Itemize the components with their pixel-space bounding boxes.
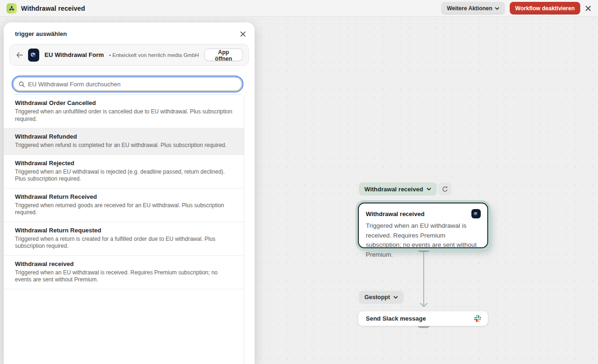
deactivate-workflow-button[interactable]: Workflow deaktivieren	[510, 2, 580, 14]
chevron-down-icon	[393, 296, 398, 299]
topbar: Withdrawal received Weitere Aktionen Wor…	[0, 0, 598, 17]
trigger-item-title: Withdrawal Refunded	[15, 133, 236, 140]
trigger-item-title: Withdrawal Return Received	[15, 193, 236, 200]
trigger-item-description: Triggered when an unfulfilled order is c…	[15, 108, 235, 123]
more-actions-label: Weitere Aktionen	[447, 5, 492, 12]
trigger-item-description: Triggered when an EU withdrawal is rejec…	[15, 168, 235, 183]
back-arrow-icon[interactable]	[16, 52, 23, 58]
app-name: EU Withdrawal Form	[44, 51, 104, 58]
trigger-item-description: Triggered when an EU withdrawal is recei…	[15, 269, 235, 284]
close-workflow-icon[interactable]	[585, 5, 591, 12]
trigger-status-label: Withdrawal received	[364, 186, 423, 193]
trigger-list-item[interactable]: Withdrawal received Triggered when an EU…	[4, 256, 244, 289]
open-app-button[interactable]: App öffnen	[204, 49, 243, 61]
package-return-icon	[471, 209, 481, 218]
trigger-status-pill[interactable]: Withdrawal received	[359, 182, 437, 196]
trigger-search-box[interactable]	[13, 77, 242, 91]
action-node-title: Send Slack message	[366, 315, 474, 322]
trigger-item-description: Triggered when returned goods are receiv…	[15, 202, 235, 217]
refresh-icon	[441, 186, 448, 193]
trigger-list-item[interactable]: Withdrawal Refunded Triggered when refun…	[4, 128, 244, 155]
close-panel-icon[interactable]	[240, 31, 246, 37]
trigger-item-description: Triggered when refund is completed for a…	[15, 142, 235, 149]
page-title: Withdrawal received	[21, 5, 85, 12]
trigger-item-title: Withdrawal Rejected	[15, 160, 236, 167]
more-actions-button[interactable]: Weitere Aktionen	[441, 2, 505, 14]
trigger-list-item[interactable]: Withdrawal Rejected Triggered when an EU…	[4, 155, 244, 189]
trigger-list-item[interactable]: Withdrawal Return Requested Triggered wh…	[4, 222, 244, 256]
search-icon	[19, 81, 25, 87]
trigger-item-title: Withdrawal received	[15, 260, 236, 267]
panel-title: trigger auswählen	[15, 30, 67, 37]
workflow-app-logo-icon	[7, 3, 17, 14]
trigger-list: Withdrawal Order Cancelled Triggered whe…	[4, 95, 244, 364]
trigger-list-item[interactable]: Withdrawal Order Cancelled Triggered whe…	[4, 95, 244, 128]
trigger-node-description: Triggered when an EU withdrawal is recei…	[359, 220, 487, 260]
action-node-card[interactable]: Send Slack message	[358, 311, 488, 326]
deactivate-workflow-label: Workflow deaktivieren	[515, 5, 575, 12]
app-info-card: EU Withdrawal Form • Entwickelt von herr…	[9, 44, 249, 66]
refresh-trigger-button[interactable]	[438, 182, 451, 196]
chevron-down-icon	[495, 7, 499, 10]
connector-arrowhead-icon	[420, 303, 427, 307]
package-return-icon	[28, 49, 39, 62]
trigger-item-title: Withdrawal Order Cancelled	[15, 99, 236, 106]
trigger-item-title: Withdrawal Return Requested	[15, 227, 236, 234]
trigger-search-input[interactable]	[28, 81, 236, 88]
trigger-node-card[interactable]: Withdrawal received Triggered when an EU…	[358, 203, 488, 248]
trigger-item-description: Triggered when a return is created for a…	[15, 236, 235, 250]
trigger-picker-panel: trigger auswählen EU Withdrawal Form • E…	[4, 22, 255, 364]
trigger-list-item[interactable]: Withdrawal Return Received Triggered whe…	[4, 189, 244, 222]
stopped-status-label: Gestoppt	[364, 294, 390, 301]
chevron-down-icon	[427, 188, 431, 190]
trigger-node-title: Withdrawal received	[366, 210, 425, 217]
app-developer: • Entwickelt von herrlich media GmbH	[109, 52, 199, 58]
stopped-status-pill[interactable]: Gestoppt	[359, 291, 404, 304]
slack-icon	[474, 315, 481, 322]
